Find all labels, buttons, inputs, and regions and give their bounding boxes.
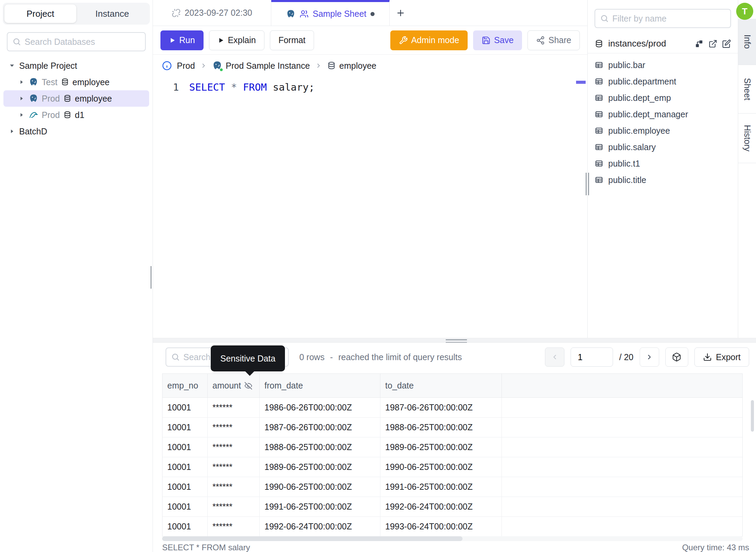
eye-off-icon[interactable] bbox=[244, 382, 252, 390]
table-list-item[interactable]: public.employee bbox=[588, 122, 738, 139]
add-tab-button[interactable] bbox=[390, 0, 412, 26]
table-cell[interactable]: 1988-06-25T00:00:00Z bbox=[380, 418, 502, 437]
table-list-item[interactable]: public.dept_manager bbox=[588, 106, 738, 122]
breadcrumb-database[interactable]: employee bbox=[327, 61, 376, 71]
column-header-amount[interactable]: amount bbox=[208, 374, 260, 398]
info-icon[interactable] bbox=[162, 61, 172, 71]
page-number-input[interactable] bbox=[571, 347, 613, 367]
column-header-to-date[interactable]: to_date bbox=[380, 374, 502, 398]
horizontal-scrollbar-thumb[interactable] bbox=[162, 536, 462, 541]
table-cell[interactable]: ****** bbox=[208, 517, 260, 537]
table-row[interactable]: 10001 ****** 1992-06-24T00:00:00Z 1993-0… bbox=[162, 517, 742, 537]
tree-node-batchd[interactable]: BatchD bbox=[0, 123, 153, 140]
table-name: public.department bbox=[608, 77, 676, 87]
postgres-icon bbox=[29, 77, 38, 87]
table-list-item[interactable]: public.t1 bbox=[588, 155, 738, 172]
table-cell[interactable]: 1990-06-25T00:00:00Z bbox=[380, 457, 502, 477]
table-cell[interactable]: 10001 bbox=[162, 418, 208, 437]
tree-node-test-employee[interactable]: Test employee bbox=[3, 74, 149, 90]
table-cell[interactable]: 1987-06-26T00:00:00Z bbox=[380, 398, 502, 418]
table-cell[interactable]: ****** bbox=[208, 398, 260, 418]
wrench-icon bbox=[399, 36, 408, 45]
right-splitter-handle[interactable] bbox=[586, 173, 589, 195]
table-cell[interactable]: 1992-06-24T00:00:00Z bbox=[260, 517, 380, 537]
table-row[interactable]: 10001 ****** 1990-06-25T00:00:00Z 1991-0… bbox=[162, 477, 742, 497]
table-list-item[interactable]: public.department bbox=[588, 73, 738, 90]
chevron-right-icon bbox=[315, 62, 322, 69]
schema-filter-input[interactable] bbox=[612, 14, 726, 24]
tree-node-prod-employee[interactable]: Prod employee bbox=[3, 90, 149, 107]
table-list-item[interactable]: public.dept_emp bbox=[588, 90, 738, 106]
prev-page-button[interactable] bbox=[545, 347, 564, 367]
caret-right-icon bbox=[18, 95, 25, 102]
table-cell[interactable]: ****** bbox=[208, 457, 260, 477]
breadcrumb-env[interactable]: Prod bbox=[177, 61, 195, 71]
side-tab-history[interactable]: History bbox=[738, 114, 756, 163]
table-cell[interactable]: 10001 bbox=[162, 398, 208, 418]
tab-sheet-unsaved[interactable]: 2023-09-27 02:30 bbox=[153, 0, 271, 26]
column-header-from-date[interactable]: from_date bbox=[260, 374, 380, 398]
save-button[interactable]: Save bbox=[473, 30, 522, 50]
export-button[interactable]: Export bbox=[694, 347, 749, 367]
results-splitter[interactable] bbox=[153, 338, 756, 343]
format-button[interactable]: Format bbox=[270, 30, 314, 50]
table-row[interactable]: 10001 ****** 1989-06-25T00:00:00Z 1990-0… bbox=[162, 457, 742, 477]
table-name: public.salary bbox=[608, 142, 656, 152]
table-cell[interactable]: 10001 bbox=[162, 517, 208, 537]
query-toolbar: Run Explain Format Admin mode Save Share bbox=[153, 26, 587, 55]
table-cell[interactable]: 1991-06-25T00:00:00Z bbox=[260, 497, 380, 517]
table-row[interactable]: 10001 ****** 1987-06-26T00:00:00Z 1988-0… bbox=[162, 418, 742, 437]
table-cell[interactable]: ****** bbox=[208, 418, 260, 437]
table-cell[interactable]: 1989-06-25T00:00:00Z bbox=[260, 457, 380, 477]
table-cell[interactable]: 1986-06-26T00:00:00Z bbox=[260, 398, 380, 418]
table-row[interactable]: 10001 ****** 1988-06-25T00:00:00Z 1989-0… bbox=[162, 437, 742, 457]
table-cell[interactable]: 1988-06-25T00:00:00Z bbox=[260, 437, 380, 457]
table-cell[interactable]: 1989-06-25T00:00:00Z bbox=[380, 437, 502, 457]
tree-node-prod-d1[interactable]: Prod d1 bbox=[3, 107, 149, 123]
admin-mode-button[interactable]: Admin mode bbox=[390, 30, 468, 50]
table-row[interactable]: 10001 ****** 1986-06-26T00:00:00Z 1987-0… bbox=[162, 398, 742, 418]
breadcrumb-instance[interactable]: Prod Sample Instance bbox=[212, 61, 310, 71]
tab-instance[interactable]: Instance bbox=[76, 4, 148, 23]
database-tree: Sample Project Test employee Prod employ… bbox=[0, 57, 153, 140]
column-header-emp-no[interactable]: emp_no bbox=[162, 374, 208, 398]
sql-editor[interactable]: 1 SELECT * FROM salary; bbox=[153, 77, 587, 343]
table-cell[interactable]: 1987-06-26T00:00:00Z bbox=[260, 418, 380, 437]
table-list-item[interactable]: public.salary bbox=[588, 139, 738, 155]
explain-button[interactable]: Explain bbox=[209, 30, 264, 50]
edit-schema-button[interactable] bbox=[722, 39, 731, 48]
tree-node-sample-project[interactable]: Sample Project bbox=[0, 57, 153, 74]
table-row[interactable]: 10001 ****** 1991-06-25T00:00:00Z 1992-0… bbox=[162, 497, 742, 517]
side-tab-sheet[interactable]: Sheet bbox=[738, 65, 756, 114]
table-cell[interactable]: ****** bbox=[208, 497, 260, 517]
table-cell[interactable]: 10001 bbox=[162, 437, 208, 457]
run-button[interactable]: Run bbox=[160, 30, 204, 50]
table-cell[interactable]: ****** bbox=[208, 437, 260, 457]
tab-sample-sheet[interactable]: Sample Sheet bbox=[271, 0, 390, 26]
result-view-button[interactable] bbox=[665, 347, 688, 367]
table-list-item[interactable]: public.bar bbox=[588, 57, 738, 73]
table-cell[interactable]: 10001 bbox=[162, 477, 208, 497]
next-page-button[interactable] bbox=[640, 347, 659, 367]
table-cell[interactable]: 10001 bbox=[162, 497, 208, 517]
share-button[interactable]: Share bbox=[527, 30, 580, 50]
table-cell[interactable]: 1991-06-25T00:00:00Z bbox=[380, 477, 502, 497]
side-tab-info[interactable]: Info bbox=[738, 19, 756, 65]
schema-diagram-button[interactable] bbox=[695, 39, 704, 48]
table-cell[interactable]: 1993-06-24T00:00:00Z bbox=[380, 517, 502, 537]
database-icon bbox=[63, 111, 71, 119]
user-avatar[interactable]: T bbox=[736, 3, 753, 20]
horizontal-scrollbar[interactable] bbox=[162, 536, 743, 541]
edit-icon bbox=[722, 39, 731, 48]
vertical-scrollbar-thumb[interactable] bbox=[751, 400, 754, 432]
tab-project[interactable]: Project bbox=[4, 4, 76, 23]
table-list-item[interactable]: public.title bbox=[588, 172, 738, 188]
schema-filter[interactable] bbox=[595, 9, 731, 28]
table-cell[interactable]: 10001 bbox=[162, 457, 208, 477]
table-cell[interactable]: 1990-06-25T00:00:00Z bbox=[260, 477, 380, 497]
table-cell[interactable]: 1992-06-24T00:00:00Z bbox=[380, 497, 502, 517]
database-search-input[interactable] bbox=[25, 37, 140, 47]
database-search[interactable] bbox=[7, 32, 146, 51]
table-cell[interactable]: ****** bbox=[208, 477, 260, 497]
open-external-button[interactable] bbox=[708, 39, 717, 48]
